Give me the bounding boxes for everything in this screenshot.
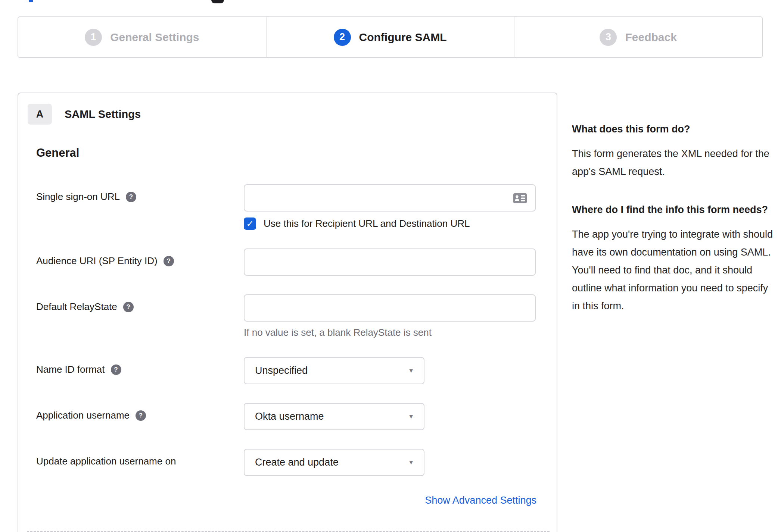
saml-form: Single sign-on URL ? xyxy=(36,184,535,506)
sidebar-section-where: Where do I find the info this form needs… xyxy=(572,202,774,315)
chevron-down-icon: ▼ xyxy=(408,459,414,466)
chevron-down-icon: ▼ xyxy=(408,367,414,374)
field-control: Unspecified ▼ xyxy=(244,357,535,384)
advanced-settings-row: Show Advanced Settings xyxy=(36,495,536,506)
select-value: Unspecified xyxy=(255,365,308,376)
audience-uri-input[interactable] xyxy=(244,248,536,276)
help-icon[interactable]: ? xyxy=(164,256,174,266)
app-username-label: Application username xyxy=(36,410,130,421)
sidebar-body-text: The app you're trying to integrate with … xyxy=(572,225,774,315)
name-id-format-select[interactable]: Unspecified ▼ xyxy=(244,357,424,384)
sidebar-heading: What does this form do? xyxy=(572,122,774,137)
field-control: If no value is set, a blank RelayState i… xyxy=(244,294,536,338)
recipient-url-checkbox-row[interactable]: ✓ Use this for Recipient URL and Destina… xyxy=(244,218,536,230)
form-row-audience-uri: Audience URI (SP Entity ID) ? xyxy=(36,248,535,276)
field-control xyxy=(244,248,536,276)
audience-uri-label: Audience URI (SP Entity ID) xyxy=(36,255,158,267)
general-section-heading: General xyxy=(36,146,535,160)
step-configure-saml[interactable]: 2 Configure SAML xyxy=(266,17,514,57)
select-value: Okta username xyxy=(255,411,324,422)
help-icon[interactable]: ? xyxy=(126,192,136,202)
sidebar-body-text: This form generates the XML needed for t… xyxy=(572,145,774,181)
field-label-group: Application username ? xyxy=(36,403,244,421)
chevron-down-icon: ▼ xyxy=(408,413,414,420)
step-general-settings[interactable]: 1 General Settings xyxy=(18,17,266,57)
step-label: General Settings xyxy=(110,31,199,44)
step-number-badge: 2 xyxy=(334,29,351,46)
step-label: Configure SAML xyxy=(359,31,447,44)
form-row-name-id-format: Name ID format ? Unspecified ▼ xyxy=(36,357,535,384)
field-label-group: Update application username on xyxy=(36,449,244,467)
help-icon[interactable]: ? xyxy=(123,302,134,312)
sidebar-section-what: What does this form do? This form genera… xyxy=(572,122,774,181)
relay-state-hint: If no value is set, a blank RelayState i… xyxy=(244,327,536,338)
field-label-group: Audience URI (SP Entity ID) ? xyxy=(36,248,244,267)
field-label-group: Single sign-on URL ? xyxy=(36,184,244,203)
help-icon[interactable]: ? xyxy=(136,410,146,421)
app-username-select[interactable]: Okta username ▼ xyxy=(244,403,424,430)
form-row-sso-url: Single sign-on URL ? xyxy=(36,184,535,230)
checkbox-label: Use this for Recipient URL and Destinati… xyxy=(264,218,470,229)
sso-url-label: Single sign-on URL xyxy=(36,191,120,203)
update-app-username-select[interactable]: Create and update ▼ xyxy=(244,449,424,476)
panel-title: SAML Settings xyxy=(65,108,141,121)
relay-state-input[interactable] xyxy=(244,294,536,322)
step-number-badge: 1 xyxy=(85,29,102,46)
form-row-app-username: Application username ? Okta username ▼ xyxy=(36,403,535,430)
relay-state-label: Default RelayState xyxy=(36,301,117,313)
name-id-format-label: Name ID format xyxy=(36,364,105,375)
contact-card-icon[interactable] xyxy=(513,193,527,205)
sso-url-input[interactable] xyxy=(244,184,536,212)
panel-header: A SAML Settings xyxy=(28,104,535,125)
cutoff-logo-fragment xyxy=(29,0,33,2)
sidebar-heading: Where do I find the info this form needs… xyxy=(572,202,774,217)
cutoff-app-icon-fragment xyxy=(211,0,224,3)
checkbox-checked-icon[interactable]: ✓ xyxy=(244,218,256,230)
update-app-username-label: Update application username on xyxy=(36,456,176,467)
screen: 1 General Settings 2 Configure SAML 3 Fe… xyxy=(0,0,781,532)
help-sidebar: What does this form do? This form genera… xyxy=(572,122,774,337)
section-a-badge: A xyxy=(28,104,52,125)
field-label-group: Default RelayState ? xyxy=(36,294,244,313)
help-icon[interactable]: ? xyxy=(111,364,121,375)
form-row-update-app-username: Update application username on Create an… xyxy=(36,449,535,476)
saml-settings-panel: A SAML Settings General Single sign-on U… xyxy=(18,93,557,532)
field-control: Create and update ▼ xyxy=(244,449,535,476)
show-advanced-settings-link[interactable]: Show Advanced Settings xyxy=(425,495,536,506)
select-value: Create and update xyxy=(255,457,339,468)
step-label: Feedback xyxy=(625,31,676,44)
wizard-stepper: 1 General Settings 2 Configure SAML 3 Fe… xyxy=(18,16,763,58)
field-control: ✓ Use this for Recipient URL and Destina… xyxy=(244,184,536,230)
field-label-group: Name ID format ? xyxy=(36,357,244,375)
step-number-badge: 3 xyxy=(600,29,617,46)
step-feedback[interactable]: 3 Feedback xyxy=(514,17,762,57)
field-control: Okta username ▼ xyxy=(244,403,535,430)
form-row-relay-state: Default RelayState ? If no value is set,… xyxy=(36,294,535,338)
